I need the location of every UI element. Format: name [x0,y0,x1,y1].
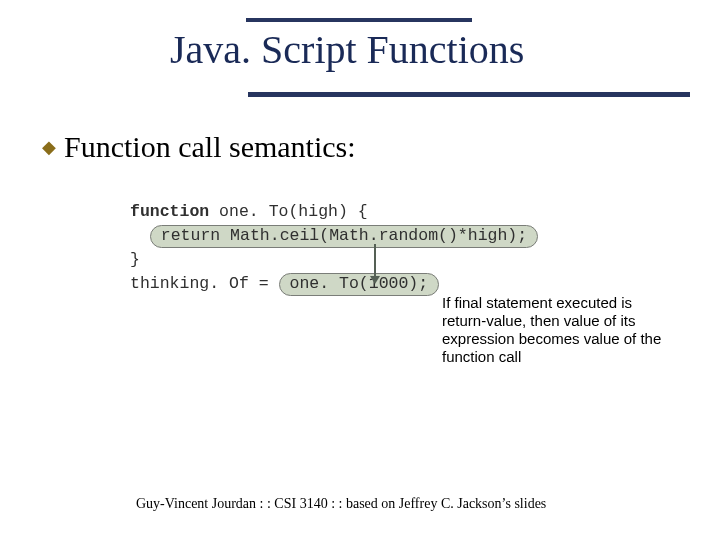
code-line3: } [130,250,140,269]
bullet-diamond-icon: ◆ [42,138,56,156]
title-under-rule [248,92,690,97]
code-line4a: thinking. Of = [130,274,279,293]
title-top-rule [246,18,472,22]
arrow-icon [374,244,376,276]
code-line1-rest: one. To(high) { [209,202,367,221]
code-block: function one. To(high) { return Math.cei… [130,200,538,296]
bullet-text: Function call semantics: [64,130,356,164]
code-return-pill: return Math.ceil(Math.random()*high); [150,225,538,248]
slide-footer: Guy-Vincent Jourdan : : CSI 3140 : : bas… [136,496,546,512]
bullet-row: ◆ Function call semantics: [42,130,356,164]
code-call-pill: one. To(1000); [279,273,440,296]
slide: Java. Script Functions ◆ Function call s… [0,0,720,540]
slide-title: Java. Script Functions [170,26,524,73]
code-keyword-function: function [130,202,209,221]
explanation-note: If final statement executed is return-va… [442,294,672,366]
